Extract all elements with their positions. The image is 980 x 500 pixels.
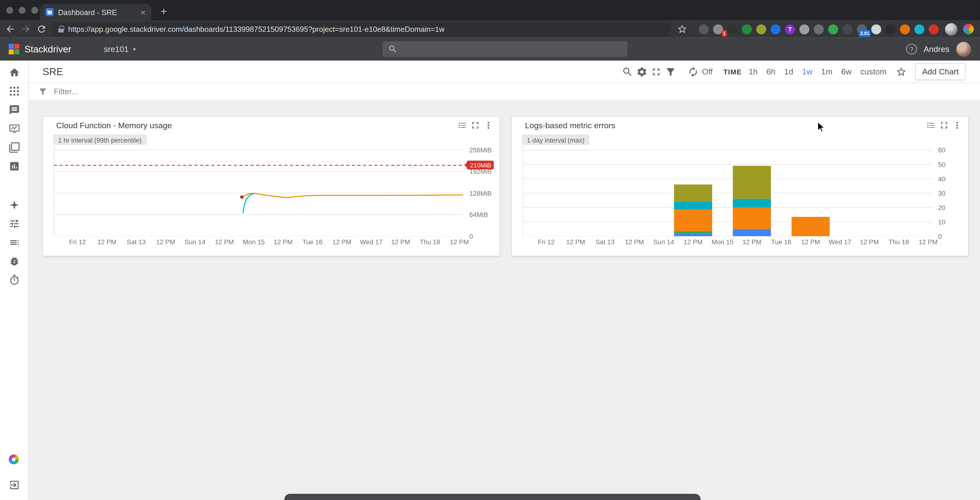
chart-card-log-errors: Logs-based metric errors 1 day interval … (511, 116, 969, 256)
sidebar-item-exit[interactable] (0, 476, 28, 494)
back-icon[interactable] (5, 24, 16, 34)
extension-icon[interactable] (728, 24, 738, 34)
url-text: https://app.google.stackdriver.com/dashb… (68, 25, 445, 33)
window-zoom-button[interactable] (31, 7, 38, 14)
extension-icon[interactable]: 2.81 (857, 24, 867, 34)
tune-icon (8, 218, 20, 229)
interval-badge: 1 day interval (max) (522, 134, 590, 145)
legend-icon[interactable] (926, 120, 936, 131)
chrome-profile-icon[interactable] (963, 24, 974, 34)
expand-chart-icon[interactable] (939, 120, 950, 131)
add-chart-button[interactable]: Add Chart (915, 63, 966, 80)
dashboard-header: SRE Off TIME 1h6h1d1w1m6wcustom Add Char… (29, 61, 980, 83)
sidebar-item-uptime[interactable] (0, 271, 28, 289)
extension-icon[interactable] (886, 24, 896, 34)
x-axis-label: 12 PM (684, 238, 702, 245)
time-range-6w[interactable]: 6w (840, 65, 853, 78)
dock[interactable] (285, 494, 701, 500)
x-axis-label: Sat 13 (127, 238, 146, 245)
forward-icon[interactable] (21, 24, 31, 34)
help-icon[interactable]: ? (906, 44, 916, 54)
legend-icon[interactable] (457, 120, 468, 131)
x-axis-label: Sun 14 (654, 238, 674, 245)
sidebar-item-sparkle[interactable] (0, 196, 28, 214)
sidebar-item-apps[interactable] (0, 82, 28, 100)
fullscreen-icon[interactable] (651, 66, 662, 77)
extension-badge: 2.81 (859, 30, 871, 37)
x-axis-label: Thu 18 (889, 238, 909, 245)
chart-plot[interactable] (523, 145, 932, 236)
sidebar-item-debug[interactable] (0, 252, 28, 271)
time-range-group: 1h6h1d1w1m6wcustom (748, 65, 888, 78)
filter-icon[interactable] (665, 66, 676, 77)
extension-icon[interactable] (871, 24, 881, 34)
chart-plot[interactable] (54, 145, 463, 236)
time-range-6h[interactable]: 6h (765, 65, 776, 78)
settings-gear-icon[interactable] (636, 66, 648, 77)
x-axis-label: 12 PM (332, 238, 351, 245)
sidebar-item-feedback[interactable] (0, 101, 28, 119)
app-search[interactable] (383, 41, 628, 57)
extension-icon[interactable] (756, 24, 766, 34)
browser-tab[interactable]: Dashboard - SRE × (40, 4, 151, 21)
extension-icon[interactable]: T (785, 24, 795, 34)
sidebar-item-home[interactable] (0, 63, 28, 82)
sidebar-item-list[interactable] (0, 233, 28, 252)
x-axis-label: 12 PM (860, 238, 879, 245)
time-range-custom[interactable]: custom (859, 65, 888, 78)
more-options-icon[interactable] (952, 120, 962, 131)
search-icon[interactable] (622, 66, 633, 77)
extension-icon[interactable] (799, 24, 810, 34)
time-range-1w[interactable]: 1w (801, 65, 814, 78)
extension-icon[interactable] (900, 24, 910, 34)
extension-icon[interactable] (842, 24, 853, 34)
x-axis-label: 12 PM (274, 238, 293, 245)
new-tab-button[interactable]: + (156, 4, 171, 19)
sidebar-item-monitoring[interactable] (0, 119, 28, 138)
address-bar[interactable]: https://app.google.stackdriver.com/dashb… (52, 22, 671, 36)
app-search-input[interactable] (402, 44, 622, 54)
expand-chart-icon[interactable] (470, 120, 480, 131)
project-selector[interactable]: sre101 ▾ (104, 44, 136, 54)
x-axis: Fri 1212 PMSat 1312 PMSun 1412 PMMon 151… (523, 238, 932, 247)
x-axis-label: Tue 16 (771, 238, 791, 245)
bar-chart-svg (523, 145, 932, 236)
charts-icon (8, 161, 20, 172)
time-range-1d[interactable]: 1d (783, 65, 794, 78)
stackdriver-logo-icon (9, 44, 19, 54)
more-options-icon[interactable] (483, 120, 493, 131)
profile-avatar[interactable] (945, 23, 958, 35)
y-axis-label: 10 (938, 218, 945, 226)
extension-icon[interactable] (698, 24, 709, 34)
tab-title: Dashboard - SRE (58, 8, 136, 17)
y-axis-label: 0 (938, 232, 942, 240)
extension-icon[interactable] (814, 24, 824, 34)
window-minimize-button[interactable] (19, 7, 25, 14)
extension-icon[interactable] (742, 24, 752, 34)
tab-close-icon[interactable]: × (140, 8, 145, 17)
auto-refresh-toggle[interactable]: Off (687, 66, 713, 77)
sidebar-item-charts[interactable] (0, 157, 28, 175)
time-range-1m[interactable]: 1m (820, 65, 834, 78)
extension-icon[interactable] (915, 24, 924, 34)
sidebar-item-copies[interactable] (0, 138, 28, 157)
user-avatar[interactable] (956, 41, 971, 57)
time-range-1h[interactable]: 1h (748, 65, 759, 78)
x-axis-label: Sat 13 (595, 238, 614, 245)
uptime-icon (8, 274, 20, 286)
extension-icon[interactable]: 1 (713, 24, 723, 34)
sidebar-item-tune[interactable] (0, 214, 28, 233)
x-axis-label: 12 PM (97, 238, 116, 245)
extension-icon[interactable] (929, 24, 939, 34)
star-icon[interactable] (896, 66, 907, 77)
x-axis-label: 12 PM (156, 238, 175, 245)
window-close-button[interactable] (6, 7, 13, 14)
sidebar-item-colorwheel[interactable] (0, 451, 28, 470)
extension-icon[interactable] (828, 24, 838, 34)
list-icon (8, 237, 20, 248)
bookmark-star-icon[interactable] (677, 24, 687, 34)
x-axis-label: 12 PM (625, 238, 644, 245)
reload-icon[interactable] (37, 24, 47, 34)
filter-bar[interactable]: Filter... (29, 83, 980, 100)
extension-icon[interactable] (771, 24, 781, 34)
